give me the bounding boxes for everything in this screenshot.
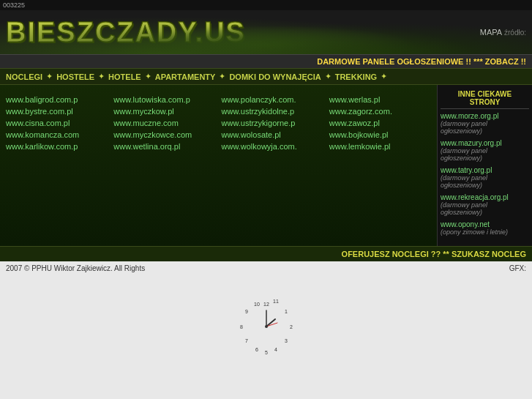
clock-num-5: 5	[265, 350, 268, 355]
clock-area: 12 1 2 3 4 5 6 7 8 9 10 11	[0, 275, 532, 370]
sidebar-link-morze[interactable]: www.morze.org.pl	[441, 112, 529, 120]
mapa-label: MAPA	[480, 28, 502, 37]
clock-num-11: 11	[273, 299, 279, 304]
clock-num-2: 2	[290, 324, 293, 329]
clock-num-12: 12	[263, 302, 269, 307]
promo-text: DARMOWE PANELE OGŁOSZENIOWE !! *** ZOBAC…	[317, 57, 526, 66]
zrodlo-label: źródło:	[504, 29, 526, 37]
link-polanczyk[interactable]: www.polanczyk.com.	[222, 94, 323, 105]
nav-bar: NOCLEGI ✦ HOSTELE ✦ HOTELE ✦ APARTAMENTY…	[0, 68, 532, 85]
bottom-bar: OFERUJESZ NOCLEGI ?? ** SZUKASZ NOCLEG	[0, 246, 532, 261]
page-id: 003225	[3, 1, 25, 9]
sidebar-sub-morze: (darmowy panel ogłoszeniowy)	[441, 120, 529, 135]
footer: 2007 © PPHU Wiktor Zajkiewicz. All Right…	[0, 261, 532, 275]
links-column-1: www.baligrod.com.p www.bystre.com.pl www…	[6, 94, 108, 152]
link-zagorz[interactable]: www.zagorz.com.	[329, 105, 431, 117]
sidebar-sub-tatry: (darmowy panel ogłoszeniowy)	[441, 174, 529, 189]
sidebar-sub-mazury: (darmowy panel ogłoszeniowy)	[441, 147, 529, 162]
sidebar-block-tatry: www.tatry.org.pl (darmowy panel ogłoszen…	[441, 166, 529, 189]
nav-item-hotele[interactable]: HOTELE	[108, 72, 141, 81]
sidebar-sub-opony: (opony zimowe i letnie)	[441, 228, 529, 236]
clock-num-4: 4	[274, 347, 277, 352]
links-area: www.baligrod.com.p www.bystre.com.pl www…	[0, 85, 437, 246]
links-column-2: www.lutowiska.com.p www.myczkow.pl www.m…	[113, 94, 215, 152]
sidebar-title: INNE CIEKAWE STRONY	[441, 88, 529, 109]
logo-area: BIESZCZADY.US	[6, 18, 246, 46]
sidebar-link-opony[interactable]: www.opony.net	[441, 220, 529, 228]
sidebar-link-rekreacja[interactable]: www.rekreacja.org.pl	[441, 193, 529, 201]
link-muczne[interactable]: www.muczne.com	[113, 117, 215, 129]
link-ustrzykigorne[interactable]: www.ustrzykigorne.p	[222, 117, 323, 129]
links-column-3: www.polanczyk.com. www.ustrzykidolne.p w…	[222, 94, 323, 152]
sidebar-block-mazury: www.mazury.org.pl (darmowy panel ogłosze…	[441, 139, 529, 162]
clock-num-3: 3	[285, 338, 288, 343]
clock-center	[265, 325, 268, 328]
bottom-text: OFERUJESZ NOCLEGI ?? ** SZUKASZ NOCLEG	[342, 250, 526, 258]
nav-item-domki[interactable]: DOMKI DO WYNAJĘCIA	[229, 72, 321, 81]
link-lutowiska[interactable]: www.lutowiska.com.p	[113, 94, 215, 105]
link-komancza[interactable]: www.komancza.com	[6, 129, 108, 141]
link-karlikow[interactable]: www.karlikow.com.p	[6, 141, 108, 152]
nav-item-apartamenty[interactable]: APARTAMENTY	[155, 72, 216, 81]
clock-num-7: 7	[245, 338, 248, 343]
link-myczkow[interactable]: www.myczkow.pl	[113, 105, 215, 117]
link-ustrzykidolne[interactable]: www.ustrzykidolne.p	[222, 105, 323, 117]
nav-item-hostele[interactable]: HOSTELE	[56, 72, 94, 81]
link-zawoz[interactable]: www.zawoz.pl	[329, 117, 431, 129]
nav-item-noclegi[interactable]: NOCLEGI	[6, 72, 42, 81]
links-grid: www.baligrod.com.p www.bystre.com.pl www…	[6, 94, 431, 152]
sidebar-block-opony: www.opony.net (opony zimowe i letnie)	[441, 220, 529, 236]
link-wetlina[interactable]: www.wetlina.orq.pl	[113, 141, 215, 152]
link-baligrod[interactable]: www.baligrod.com.p	[6, 94, 108, 105]
clock-num-6: 6	[255, 347, 258, 352]
sidebar-link-tatry[interactable]: www.tatry.org.pl	[441, 166, 529, 174]
sidebar-block-rekreacja: www.rekreacja.org.pl (darmowy panel ogło…	[441, 193, 529, 216]
header: BIESZCZADY.US MAPA źródło:	[0, 10, 532, 54]
logo: BIESZCZADY.US	[6, 18, 246, 46]
right-sidebar: INNE CIEKAWE STRONY www.morze.org.pl (da…	[437, 85, 532, 246]
clock-num-8: 8	[240, 324, 243, 329]
link-cisna[interactable]: www.cisna.com.pl	[6, 117, 108, 129]
link-werlas[interactable]: www.werlas.pl	[329, 94, 431, 105]
footer-gfx: GFX:	[509, 264, 526, 272]
link-myczkowce[interactable]: www.myczkowce.com	[113, 129, 215, 141]
links-column-4: www.werlas.pl www.zagorz.com. www.zawoz.…	[329, 94, 431, 152]
main-wrapper: www.baligrod.com.p www.bystre.com.pl www…	[0, 85, 532, 246]
nav-item-trekking[interactable]: TREKKING	[335, 72, 377, 81]
sidebar-block-morze: www.morze.org.pl (darmowy panel ogłoszen…	[441, 112, 529, 135]
link-bojkowie[interactable]: www.bojkowie.pl	[329, 129, 431, 141]
top-bar: 003225	[0, 0, 532, 10]
header-right: MAPA źródło:	[480, 28, 526, 37]
clock-num-10: 10	[254, 302, 260, 307]
promo-bar: DARMOWE PANELE OGŁOSZENIOWE !! *** ZOBAC…	[0, 54, 532, 68]
link-bystre[interactable]: www.bystre.com.pl	[6, 105, 108, 117]
clock-num-1: 1	[285, 309, 288, 314]
sidebar-link-mazury[interactable]: www.mazury.org.pl	[441, 139, 529, 147]
clock-num-9: 9	[245, 309, 248, 314]
clock: 12 1 2 3 4 5 6 7 8 9 10 11	[237, 297, 296, 356]
link-lemkowie[interactable]: www.lemkowie.pl	[329, 141, 431, 152]
footer-copyright: 2007 © PPHU Wiktor Zajkiewicz. All Right…	[6, 264, 145, 272]
link-wolkowyja[interactable]: www.wolkowyja.com.	[222, 141, 323, 152]
sidebar-sub-rekreacja: (darmowy panel ogłoszeniowy)	[441, 201, 529, 216]
link-wolosate[interactable]: www.wolosate.pl	[222, 129, 323, 141]
